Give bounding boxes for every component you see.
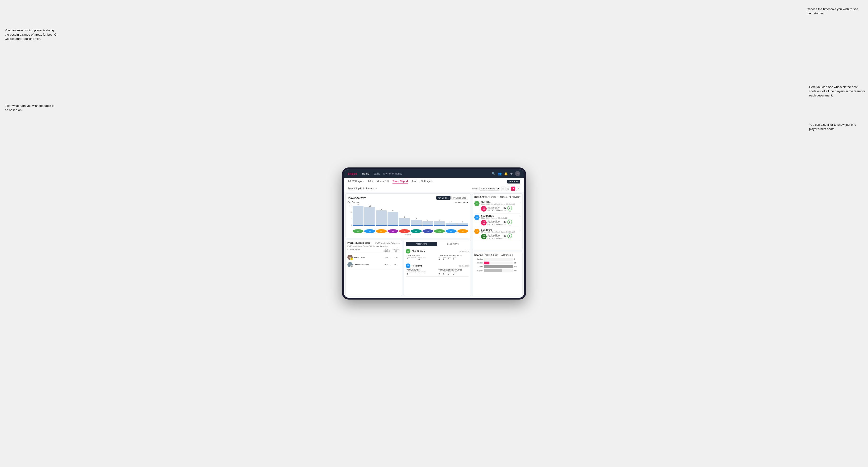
users-icon[interactable]: 👥 [498, 172, 502, 176]
active-player-name-2: Rees Britt [412, 264, 422, 267]
bar-highlight [457, 225, 468, 226]
bar-wrapper: 10 [376, 209, 387, 226]
player-activity-title: Player Activity [348, 196, 366, 199]
leaderboard-subtitle: PUTT Must Make Putting (3-6 ft). Last 3 … [347, 245, 400, 247]
stats-sub-cols-4: GTT 0 APP 0 ARG [438, 271, 468, 275]
subnav-team-clippd[interactable]: Team Clippd [393, 180, 408, 184]
practice-stat: Practice 6 [418, 257, 426, 260]
annotation-filter-shots: You can also filter to show just one pla… [809, 123, 866, 131]
chart-section-header: On Course Total Rounds ▾ [348, 201, 468, 204]
subnav-hcaps[interactable]: Hcaps 1-5 [377, 180, 389, 183]
list-view-icon[interactable]: ▤ [506, 187, 510, 191]
grid-view-icon[interactable]: ⊞ [501, 187, 505, 191]
chevron-right-icon-2: › [520, 215, 521, 218]
shots-tabs: All Shots ▾ Players [488, 196, 507, 198]
scoring-bar-fill-birdies [484, 261, 489, 264]
add-team-button[interactable]: Add Team [507, 180, 520, 184]
sub-navigation: PGAT Players PGA Hcaps 1-5 Team Clippd T… [344, 178, 524, 185]
avg-score: 110 [392, 256, 400, 258]
players-tab[interactable]: Players [500, 196, 507, 198]
all-players-dropdown[interactable]: All Players ▾ [509, 196, 521, 198]
shot-player-row-3[interactable]: DF David Ford 24 Aug 2023 · Royal North … [474, 227, 521, 241]
subnav-tour[interactable]: Tour [412, 180, 416, 183]
shot-player-row[interactable]: MM Matt Miller 09 Jun 2023 · Royal North… [474, 199, 521, 214]
scoring-title: Scoring [474, 254, 483, 256]
shot-stats-2: 200SG Shot Dist: 43 ydsStart Lie: RoughE… [481, 220, 518, 226]
scoring-players-dropdown[interactable]: All Players ▾ [501, 254, 513, 256]
edit-icon[interactable]: ✎ [375, 187, 377, 190]
all-shots-tab[interactable]: All Shots [488, 196, 496, 198]
bar-wrapper: 4 [411, 218, 422, 226]
avatar: RB 1 [347, 255, 352, 260]
avg-score: 107 [392, 264, 400, 266]
top-navigation: clippd Home Teams My Performance 🔍 👥 🔔 ⊕… [344, 169, 524, 178]
best-shots-card: Best Shots All Shots ▾ Players All Playe… [472, 193, 523, 250]
player-activity-chart: 15 10 5 0 1312109543322BMRBDFJCEEOBRBMME… [348, 205, 468, 233]
shot-player-row-2[interactable]: BM Blair McHarg 23 Jul 2023 · Ashridge G… [474, 214, 521, 227]
scoring-bar-fill-bogeys [484, 269, 502, 272]
active-tabs: Most Active Least Active [406, 242, 469, 246]
bar-highlight [445, 225, 456, 226]
notification-icon[interactable]: 🔔 [504, 172, 508, 176]
avatar: MM [474, 201, 479, 206]
add-icon[interactable]: ⊕ [510, 172, 513, 176]
subnav-all-players[interactable]: All Players [421, 180, 433, 183]
mini-avatar: RB [364, 229, 375, 233]
total-rounds-group: Total Rounds Tournament 7 Practice [406, 254, 437, 260]
mini-avatar: MM [434, 229, 445, 233]
shot-yds-2: 43 yds [503, 220, 506, 225]
shot-stats: 200SG Shot Dist: 67 ydsStart Lie: RoughE… [481, 206, 518, 212]
nav-home[interactable]: Home [362, 172, 369, 175]
subnav-pga[interactable]: PGA [368, 180, 373, 183]
most-active-card: Most Active Least Active BM Blair McHarg [404, 240, 471, 296]
most-active-tab[interactable]: Most Active [406, 242, 437, 246]
heart-view-icon[interactable]: ♥ [511, 187, 516, 191]
user-avatar[interactable]: U [515, 171, 520, 176]
scoring-bars: Eagles 3 Birdies 96 [474, 258, 521, 272]
scoring-value-pars: 499 [514, 266, 521, 268]
least-active-tab[interactable]: Least Active [437, 242, 469, 246]
shot-yds: 67 yds [503, 207, 506, 211]
nav-teams[interactable]: Teams [372, 172, 380, 175]
leaderboard-header: Practice Leaderboards PUTT Must Make Put… [347, 242, 400, 244]
scoring-par-dropdown[interactable]: Par 3, 4 & 5s ▾ [485, 254, 498, 256]
timescale-select[interactable]: Last 3 months Last month Last 6 months L… [479, 187, 500, 191]
bar-wrapper: 2 [457, 221, 468, 226]
subnav-pgat[interactable]: PGAT Players [348, 180, 364, 183]
app-logo: clippd [348, 172, 357, 176]
mini-avatar: OB [411, 229, 422, 233]
y-label-15: 15 [350, 205, 352, 206]
bar-value: 13 [357, 204, 359, 206]
active-player-date-2: 02 Sep 2023 [459, 265, 469, 267]
leaderboard-filter-dropdown[interactable]: PUTT Must Make Putting ... ▾ [375, 242, 400, 244]
active-player-info-2: Rees Britt [412, 264, 422, 267]
avatar: DF [474, 229, 479, 234]
show-filter: Show: Last 3 months Last month Last 6 mo… [472, 187, 520, 191]
pb-score: 18/20 [382, 264, 391, 266]
stats-sub-cols: Tournament 7 Practice 6 [407, 257, 436, 260]
scoring-row-eagles: Eagles 3 [474, 258, 521, 261]
total-rounds-group-2: Total Rounds Tournament 8 Practice [406, 269, 437, 275]
rank-badge-2: 2 [350, 265, 353, 268]
gtt-value-2: 0 [438, 273, 441, 275]
mini-avatar: DF [376, 229, 387, 233]
nav-my-performance[interactable]: My Performance [383, 172, 402, 175]
avatar: EC 2 [347, 262, 352, 267]
app-stat-2: APP 0 [443, 271, 446, 275]
stats-sub-cols-2: GTT 0 APP 0 ARG [438, 257, 468, 260]
practice-drills-toggle[interactable]: Practice Drills [452, 196, 468, 200]
menu-view-icon[interactable]: ≡ [516, 187, 520, 191]
tournament-stat: Tournament 7 [407, 257, 416, 260]
search-icon[interactable]: 🔍 [492, 172, 496, 176]
active-player-row: BM Blair McHarg 26 Aug 2023 Total Rounds [406, 247, 469, 262]
show-label: Show: [472, 187, 478, 190]
on-course-toggle[interactable]: On Course [436, 196, 451, 200]
practice-activities-group-2: Total Practice Activities GTT 0 APP [437, 269, 469, 275]
chart-metric-dropdown[interactable]: Total Rounds ▾ [454, 201, 468, 204]
tablet-device: clippd Home Teams My Performance 🔍 👥 🔔 ⊕… [342, 167, 526, 300]
app-stat: APP 0 [443, 257, 446, 260]
bar-highlight [434, 225, 445, 226]
practice-activities-group: Total Practice Activities GTT 0 APP [437, 254, 469, 260]
table-row: RB 1 Richard Butler 19/20 110 [347, 254, 400, 261]
leaderboard-columns: PLAYER NAME PB SCORE PB AVG SQ [347, 249, 400, 253]
